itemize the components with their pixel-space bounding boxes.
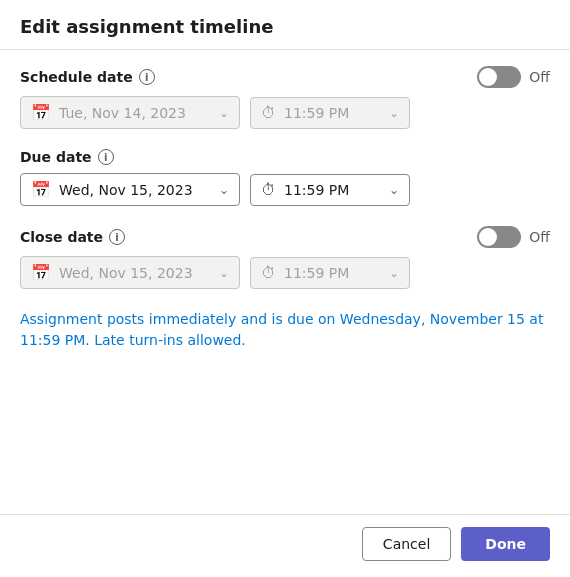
cancel-button[interactable]: Cancel — [362, 527, 451, 561]
schedule-date-toggle[interactable] — [477, 66, 521, 88]
schedule-time-value: 11:59 PM — [284, 105, 381, 121]
schedule-calendar-icon: 📅 — [31, 103, 51, 122]
schedule-date-toggle-knob — [479, 68, 497, 86]
close-date-chevron-icon: ⌄ — [219, 266, 229, 280]
due-time-picker[interactable]: ⏱ 11:59 PM ⌄ — [250, 174, 410, 206]
close-date-label-text: Close date — [20, 229, 103, 245]
done-button[interactable]: Done — [461, 527, 550, 561]
due-time-chevron-icon: ⌄ — [389, 183, 399, 197]
close-calendar-icon: 📅 — [31, 263, 51, 282]
close-time-chevron-icon: ⌄ — [389, 266, 399, 280]
due-date-value: Wed, Nov 15, 2023 — [59, 182, 211, 198]
dialog-body: Schedule date i Off 📅 Tue, Nov 14, 2023 … — [0, 50, 570, 514]
close-date-inputs: 📅 Wed, Nov 15, 2023 ⌄ ⏱ 11:59 PM ⌄ — [20, 256, 550, 289]
due-date-inputs: 📅 Wed, Nov 15, 2023 ⌄ ⏱ 11:59 PM ⌄ — [20, 173, 550, 206]
due-date-group: Due date i 📅 Wed, Nov 15, 2023 ⌄ ⏱ 11:59… — [20, 149, 550, 206]
due-date-label: Due date i — [20, 149, 114, 165]
due-date-label-row: Due date i — [20, 149, 550, 165]
due-date-chevron-icon: ⌄ — [219, 183, 229, 197]
schedule-date-label-text: Schedule date — [20, 69, 133, 85]
schedule-time-picker[interactable]: ⏱ 11:59 PM ⌄ — [250, 97, 410, 129]
summary-text: Assignment posts immediately and is due … — [20, 309, 550, 351]
due-calendar-icon: 📅 — [31, 180, 51, 199]
schedule-date-info-icon[interactable]: i — [139, 69, 155, 85]
close-date-picker[interactable]: 📅 Wed, Nov 15, 2023 ⌄ — [20, 256, 240, 289]
close-date-toggle-label: Off — [529, 229, 550, 245]
close-date-toggle-knob — [479, 228, 497, 246]
close-time-value: 11:59 PM — [284, 265, 381, 281]
due-date-info-icon[interactable]: i — [98, 149, 114, 165]
schedule-date-inputs: 📅 Tue, Nov 14, 2023 ⌄ ⏱ 11:59 PM ⌄ — [20, 96, 550, 129]
close-time-picker[interactable]: ⏱ 11:59 PM ⌄ — [250, 257, 410, 289]
schedule-clock-icon: ⏱ — [261, 104, 276, 122]
close-clock-icon: ⏱ — [261, 264, 276, 282]
due-date-picker[interactable]: 📅 Wed, Nov 15, 2023 ⌄ — [20, 173, 240, 206]
close-date-value: Wed, Nov 15, 2023 — [59, 265, 211, 281]
schedule-date-group: Schedule date i Off 📅 Tue, Nov 14, 2023 … — [20, 66, 550, 129]
dialog-header: Edit assignment timeline — [0, 0, 570, 50]
schedule-time-chevron-icon: ⌄ — [389, 106, 399, 120]
schedule-date-value: Tue, Nov 14, 2023 — [59, 105, 211, 121]
close-date-info-icon[interactable]: i — [109, 229, 125, 245]
close-date-toggle[interactable] — [477, 226, 521, 248]
due-date-label-text: Due date — [20, 149, 92, 165]
schedule-date-toggle-container: Off — [477, 66, 550, 88]
close-date-label-row: Close date i Off — [20, 226, 550, 248]
close-date-group: Close date i Off 📅 Wed, Nov 15, 2023 ⌄ — [20, 226, 550, 289]
schedule-date-chevron-icon: ⌄ — [219, 106, 229, 120]
schedule-date-label: Schedule date i — [20, 69, 155, 85]
due-clock-icon: ⏱ — [261, 181, 276, 199]
schedule-date-toggle-label: Off — [529, 69, 550, 85]
close-date-label: Close date i — [20, 229, 125, 245]
dialog-footer: Cancel Done — [0, 514, 570, 577]
schedule-date-picker[interactable]: 📅 Tue, Nov 14, 2023 ⌄ — [20, 96, 240, 129]
edit-timeline-dialog: Edit assignment timeline Schedule date i… — [0, 0, 570, 577]
dialog-title: Edit assignment timeline — [20, 16, 550, 37]
schedule-date-label-row: Schedule date i Off — [20, 66, 550, 88]
close-date-toggle-container: Off — [477, 226, 550, 248]
due-time-value: 11:59 PM — [284, 182, 381, 198]
